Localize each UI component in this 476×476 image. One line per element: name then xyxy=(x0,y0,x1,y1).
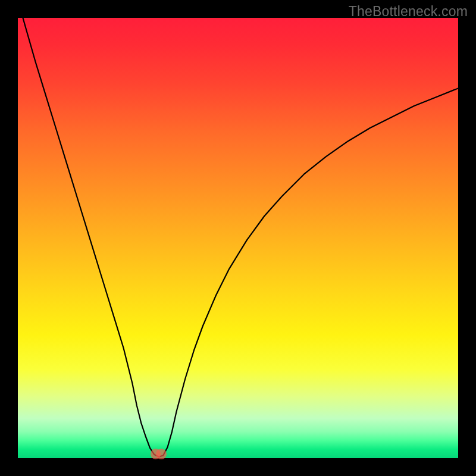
watermark-text: TheBottleneck.com xyxy=(349,4,468,20)
plot-area xyxy=(18,18,458,458)
bottleneck-curve xyxy=(18,18,458,458)
chart-container: { "watermark": "TheBottleneck.com", "cha… xyxy=(0,0,476,476)
